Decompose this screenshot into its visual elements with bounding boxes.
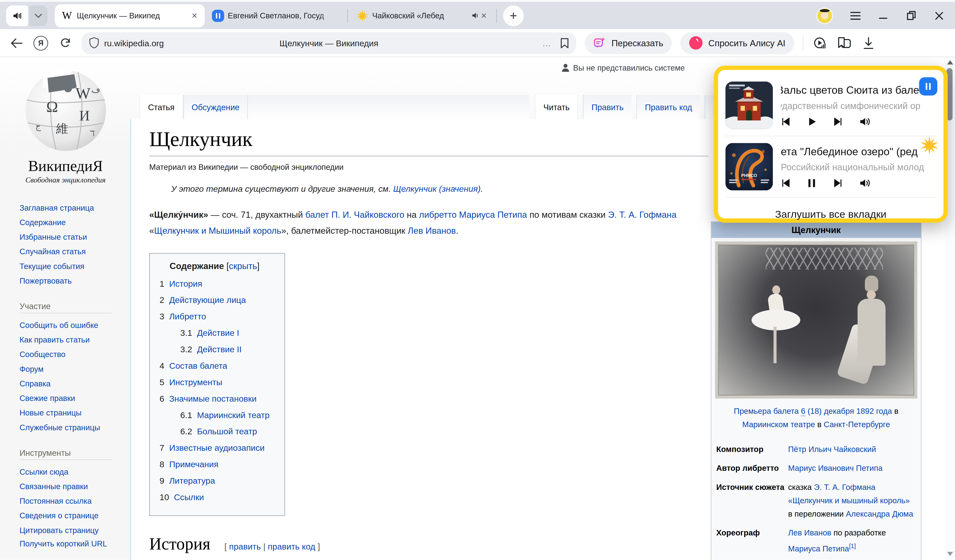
close-icon[interactable]: × bbox=[480, 11, 488, 20]
link-nutcracker-tale[interactable]: Щелкунчик и Мышиный король bbox=[154, 226, 282, 236]
tab-read-label: Читать bbox=[543, 103, 570, 112]
date-old-style-link[interactable]: 6 bbox=[801, 406, 805, 416]
sidebar-item-report-error[interactable]: Сообщить об ошибке bbox=[20, 321, 99, 330]
sidebar-item-donate[interactable]: Пожертвовать bbox=[20, 276, 72, 285]
downloads-button[interactable] bbox=[860, 35, 876, 51]
personal-bar-label[interactable]: Вы не представились системе bbox=[573, 63, 685, 72]
sidebar-item-what-links-here[interactable]: Ссылки сюда bbox=[20, 467, 69, 476]
tab-article[interactable]: Статья bbox=[139, 95, 183, 120]
hatnote-link[interactable]: Щелкунчик (значения) bbox=[393, 184, 481, 193]
audio-card-2[interactable]: РНМСО ета "Лебединое озеро" (ред Российс… bbox=[725, 137, 936, 196]
spb-link[interactable]: Санкт-Петербурге bbox=[824, 420, 890, 429]
previous-track-icon[interactable] bbox=[781, 117, 791, 126]
hoffmann-link[interactable]: Э. Т. А. Гофмана bbox=[814, 482, 875, 491]
bookmark-icon[interactable] bbox=[560, 37, 569, 48]
yandex-button[interactable]: Я bbox=[33, 35, 49, 51]
address-bar[interactable]: ru.wikipedia.org Щелкунчик — Википедия … bbox=[81, 32, 576, 54]
next-track-icon[interactable] bbox=[833, 117, 843, 126]
edit-source-section-link[interactable]: править код bbox=[268, 541, 315, 551]
link-ballet[interactable]: балет bbox=[305, 210, 329, 220]
next-track-icon[interactable] bbox=[833, 178, 843, 188]
ivanov-link[interactable]: Лев Иванов bbox=[788, 528, 831, 537]
tab-edit-source[interactable]: Править код bbox=[636, 95, 700, 119]
librettist-link[interactable]: Мариус Иванович Петипа bbox=[788, 464, 883, 473]
date-link[interactable]: (18) декабря 1892 года bbox=[808, 406, 892, 415]
link-tchaikovsky[interactable]: П. И. Чайковского bbox=[331, 210, 404, 220]
personal-bar[interactable]: Вы не представились системе bbox=[561, 63, 685, 72]
infobox-caption: Премьера балета 6 (18) декабря 1892 года… bbox=[711, 402, 921, 437]
sidebar-item-help[interactable]: Справка bbox=[20, 379, 51, 388]
infobox-image[interactable] bbox=[715, 242, 917, 399]
menu-button[interactable] bbox=[849, 9, 861, 22]
sidebar-item-page-info[interactable]: Сведения о странице bbox=[20, 511, 99, 520]
audio-dropdown-button[interactable] bbox=[29, 5, 47, 26]
mute-all-tabs-button[interactable]: Заглушить все вкладки bbox=[725, 199, 936, 231]
sidebar-item-community[interactable]: Сообщество bbox=[20, 350, 66, 359]
toc-hide-link[interactable]: скрыть bbox=[229, 261, 257, 271]
tale-link[interactable]: «Щелкунчик и мышиный король» bbox=[788, 496, 910, 505]
scroll-up-icon[interactable] bbox=[947, 60, 953, 65]
media-player-button[interactable] bbox=[811, 35, 827, 51]
sidebar-item-featured[interactable]: Избранные статьи bbox=[20, 232, 87, 241]
link-libretto[interactable]: либретто bbox=[419, 210, 457, 220]
tab-pause-button[interactable] bbox=[919, 77, 937, 96]
speaker-button[interactable] bbox=[6, 5, 28, 26]
tab-edit-source-label: Править код bbox=[645, 103, 692, 112]
sidebar-item-permanent-link[interactable]: Постоянная ссылка bbox=[20, 496, 92, 505]
sidebar-item-cite-page[interactable]: Цитировать страницу bbox=[20, 526, 99, 535]
volume-icon[interactable] bbox=[859, 117, 870, 126]
sidebar-item-recent-changes[interactable]: Свежие правки bbox=[20, 394, 75, 403]
hatnote: У этого термина существуют и другие знач… bbox=[171, 184, 704, 193]
track-title: Вальс цветов Сюита из балет bbox=[781, 84, 926, 97]
composer-link[interactable]: Пётр Ильич Чайковский bbox=[788, 445, 876, 454]
edit-section-link[interactable]: править bbox=[229, 541, 261, 551]
tab-tchaikovsky[interactable]: Чайковский «Лебед × bbox=[349, 4, 495, 27]
sidebar-item-forum[interactable]: Форум bbox=[20, 364, 44, 373]
volume-icon[interactable] bbox=[859, 178, 870, 188]
sidebar-item-contents[interactable]: Содержание bbox=[20, 218, 66, 227]
pause-icon[interactable] bbox=[807, 178, 817, 188]
mariinsky-link[interactable]: Мариинском театре bbox=[742, 420, 815, 429]
new-tab-button[interactable]: + bbox=[503, 5, 524, 26]
tab-speaker-icon[interactable] bbox=[471, 11, 480, 20]
window-close-button[interactable] bbox=[933, 9, 945, 22]
minimize-button[interactable] bbox=[877, 9, 889, 22]
sidebar-item-random[interactable]: Случайная статья bbox=[20, 247, 86, 256]
tab-svetlanov[interactable]: Евгений Светланов, Госуд bbox=[205, 4, 346, 27]
side-panels-button[interactable] bbox=[836, 35, 852, 51]
tab-edit[interactable]: Править bbox=[583, 95, 631, 119]
wikipedia-logo[interactable]: W Ω И 維 ڡ ج ד ВикипедиЯ Свободная энцикл… bbox=[5, 62, 126, 185]
back-button[interactable] bbox=[9, 35, 24, 51]
premiere-link[interactable]: Премьера балета bbox=[734, 406, 799, 415]
reference-1-link[interactable]: [1] bbox=[849, 543, 856, 549]
tab-talk[interactable]: Обсуждение bbox=[183, 95, 247, 119]
summarize-button[interactable]: Пересказать bbox=[585, 32, 672, 54]
sidebar-item-main-page[interactable]: Заглавная страница bbox=[20, 203, 94, 212]
sidebar-item-current-events[interactable]: Текущие события bbox=[20, 262, 85, 271]
avatar[interactable] bbox=[816, 7, 833, 24]
tab-read[interactable]: Читать bbox=[535, 95, 578, 120]
sidebar-item-short-url[interactable]: Получить короткий URL bbox=[20, 539, 107, 548]
url-text[interactable]: ru.wikipedia.org bbox=[104, 38, 164, 48]
sidebar-item-related-changes[interactable]: Связанные правки bbox=[20, 482, 88, 491]
close-icon[interactable]: × bbox=[191, 11, 199, 20]
scroll-down-icon[interactable] bbox=[947, 552, 953, 556]
sidebar-item-special-pages[interactable]: Служебные страницы bbox=[20, 423, 100, 432]
sidebar-item-new-pages[interactable]: Новые страницы bbox=[20, 408, 81, 417]
reload-button[interactable] bbox=[57, 35, 73, 51]
petipa-link[interactable]: Мариуса Петипа bbox=[788, 544, 849, 553]
audio-card-1[interactable]: Вальс цветов Сюита из балет ударственный… bbox=[725, 76, 936, 134]
tab-audio-controls bbox=[6, 5, 47, 26]
dumas-link[interactable]: Александра Дюма bbox=[846, 509, 913, 518]
sidebar-item-how-to-edit[interactable]: Как править статьи bbox=[20, 335, 90, 345]
toc-item: 9Литература bbox=[160, 473, 269, 489]
tab-wikipedia[interactable]: W Щелкунчик — Википед × bbox=[55, 4, 205, 27]
link-ivanov[interactable]: Лев Иванов bbox=[408, 226, 456, 236]
play-icon[interactable] bbox=[807, 117, 817, 126]
more-icon[interactable]: … bbox=[542, 38, 552, 48]
link-petipa[interactable]: Мариуса Петипа bbox=[459, 210, 527, 220]
previous-track-icon[interactable] bbox=[781, 178, 791, 188]
restore-button[interactable] bbox=[905, 9, 917, 22]
ask-alice-button[interactable]: Спросить Алису AI bbox=[681, 32, 794, 54]
link-hoffmann[interactable]: Э. Т. А. Гофмана bbox=[608, 210, 676, 220]
